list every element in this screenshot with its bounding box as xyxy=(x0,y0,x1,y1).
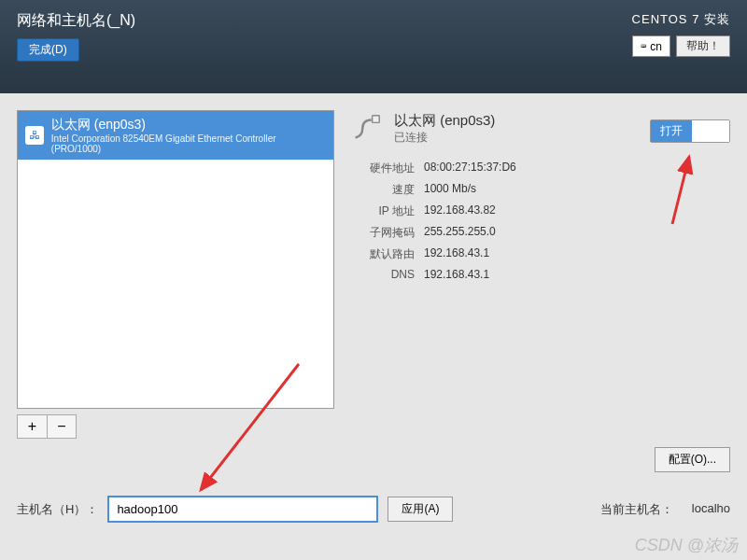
page-title: 网络和主机名(_N) xyxy=(17,11,135,31)
row-gateway: 默认路由192.168.43.1 xyxy=(347,246,730,262)
hostname-bar: 主机名（H）： 应用(A) 当前主机名： localho xyxy=(17,496,730,523)
network-list-panel: 🖧 以太网 (enp0s3) Intel Corporation 82540EM… xyxy=(17,110,334,439)
list-item[interactable]: 🖧 以太网 (enp0s3) Intel Corporation 82540EM… xyxy=(18,111,333,160)
header-left: 网络和主机名(_N) 完成(D) xyxy=(17,11,135,82)
detail-panel: 以太网 (enp0s3) 已连接 打开 硬件地址08:00:27:15:37:D… xyxy=(347,110,730,439)
current-hostname-label: 当前主机名： xyxy=(600,501,673,518)
keyboard-indicator[interactable]: ⌨ cn xyxy=(632,35,670,57)
row-hwaddr: 硬件地址08:00:27:15:37:D6 xyxy=(347,161,730,176)
help-button[interactable]: 帮助！ xyxy=(676,35,730,57)
ethernet-icon: 🖧 xyxy=(25,126,44,145)
header-bar: 网络和主机名(_N) 完成(D) CENTOS 7 安装 ⌨ cn 帮助！ xyxy=(0,0,747,93)
details-table: 硬件地址08:00:27:15:37:D6 速度1000 Mb/s IP 地址1… xyxy=(347,161,730,281)
remove-button[interactable]: − xyxy=(47,414,77,439)
row-speed: 速度1000 Mb/s xyxy=(347,182,730,198)
apply-button[interactable]: 应用(A) xyxy=(388,497,453,522)
installer-title: CENTOS 7 安装 xyxy=(632,11,730,28)
configure-button[interactable]: 配置(O)... xyxy=(655,447,730,472)
add-button[interactable]: + xyxy=(17,414,47,439)
current-hostname-value: localho xyxy=(692,501,730,518)
content-area: 🖧 以太网 (enp0s3) Intel Corporation 82540EM… xyxy=(0,93,747,455)
keyboard-label: cn xyxy=(650,40,662,53)
hostname-label: 主机名（H）： xyxy=(17,501,98,518)
header-right: CENTOS 7 安装 ⌨ cn 帮助！ xyxy=(632,11,730,82)
plug-icon xyxy=(347,110,385,147)
detail-status: 已连接 xyxy=(394,130,495,146)
nic-subtitle: Intel Corporation 82540EM Gigabit Ethern… xyxy=(51,133,326,154)
connection-toggle[interactable]: 打开 xyxy=(650,119,730,143)
nic-title: 以太网 (enp0s3) xyxy=(51,117,326,133)
watermark: CSDN @浓汤 xyxy=(635,534,738,556)
keyboard-icon: ⌨ xyxy=(641,41,646,51)
toggle-on-label: 打开 xyxy=(651,120,692,142)
row-ip: IP 地址192.168.43.82 xyxy=(347,203,730,219)
add-remove-toolbar: + − xyxy=(17,414,334,439)
hostname-input[interactable] xyxy=(107,496,378,523)
network-listbox[interactable]: 🖧 以太网 (enp0s3) Intel Corporation 82540EM… xyxy=(17,110,334,409)
svg-rect-0 xyxy=(373,116,380,123)
row-netmask: 子网掩码255.255.255.0 xyxy=(347,225,730,241)
row-dns: DNS192.168.43.1 xyxy=(347,268,730,281)
toggle-handle xyxy=(692,120,729,142)
detail-title: 以太网 (enp0s3) xyxy=(394,112,495,130)
done-button[interactable]: 完成(D) xyxy=(17,38,79,62)
